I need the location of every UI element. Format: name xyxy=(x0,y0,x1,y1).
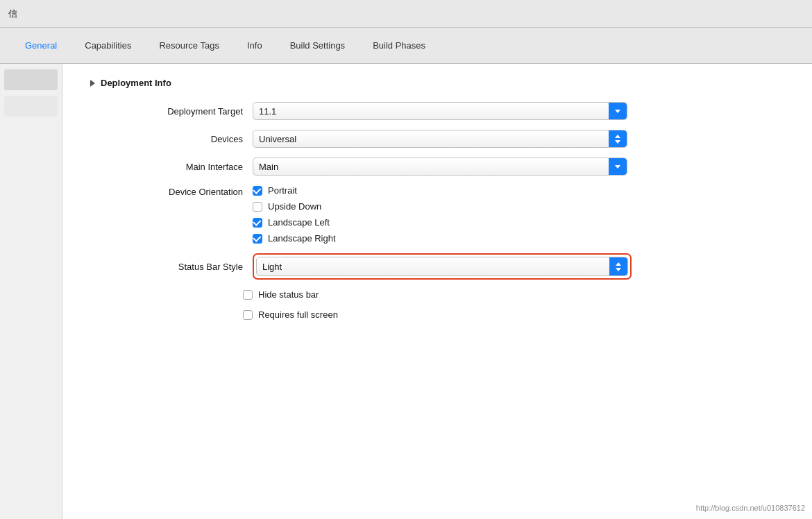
hide-status-bar-checkbox-item: Hide status bar xyxy=(243,289,319,300)
sidebar-item-1 xyxy=(4,69,58,90)
tab-bar: General Capabilities Resource Tags Info … xyxy=(0,28,812,64)
status-bar-arrow[interactable] xyxy=(609,257,627,275)
landscape-left-label: Landscape Left xyxy=(268,217,330,228)
deployment-target-control[interactable]: 11.1 xyxy=(253,102,627,120)
requires-full-screen-label: Requires full screen xyxy=(258,309,338,320)
sidebar-item-2 xyxy=(4,96,58,117)
main-interface-arrow[interactable] xyxy=(609,158,627,175)
requires-full-screen-checkbox[interactable] xyxy=(243,310,253,320)
dropdown-arrow-icon xyxy=(615,165,620,169)
device-orientation-label: Device Orientation xyxy=(104,185,243,197)
main-window: 信 General Capabilities Resource Tags Inf… xyxy=(0,0,812,519)
deployment-target-label: Deployment Target xyxy=(104,106,243,117)
portrait-label: Portrait xyxy=(268,185,297,196)
main-interface-row: Main Interface Main xyxy=(90,158,784,176)
devices-dropdown[interactable]: Universal xyxy=(253,130,627,148)
status-bar-style-label: Status Bar Style xyxy=(104,262,243,272)
tab-info[interactable]: Info xyxy=(233,35,276,56)
section-title: Deployment Info xyxy=(101,78,171,88)
devices-arrow[interactable] xyxy=(609,130,627,147)
main-interface-control[interactable]: Main xyxy=(253,158,627,176)
tab-general[interactable]: General xyxy=(11,35,71,56)
collapse-triangle[interactable] xyxy=(90,80,95,87)
main-interface-dropdown[interactable]: Main xyxy=(253,158,627,176)
devices-control[interactable]: Universal xyxy=(253,130,627,148)
landscape-left-checkbox-row: Landscape Left xyxy=(253,217,627,228)
deployment-target-dropdown[interactable]: 11.1 xyxy=(253,102,627,120)
upside-down-checkbox[interactable] xyxy=(253,202,262,212)
portrait-checkbox[interactable] xyxy=(253,186,262,196)
tab-capabilities[interactable]: Capabilities xyxy=(71,35,145,56)
devices-row: Devices Universal xyxy=(90,130,784,148)
requires-full-screen-row: Requires full screen xyxy=(90,309,784,320)
deployment-target-value: 11.1 xyxy=(259,106,606,117)
upside-down-checkbox-row: Upside Down xyxy=(253,201,627,212)
hide-status-bar-label: Hide status bar xyxy=(258,289,319,300)
title-bar: 信 xyxy=(0,0,812,28)
hide-status-bar-row: Hide status bar xyxy=(90,289,784,300)
watermark: http://blog.csdn.net/u010837612 xyxy=(696,504,805,512)
status-bar-highlight: Light xyxy=(253,253,632,280)
status-bar-value: Light xyxy=(262,262,607,272)
landscape-right-checkbox-row: Landscape Right xyxy=(253,233,627,244)
devices-label: Devices xyxy=(104,134,243,144)
main-interface-label: Main Interface xyxy=(104,162,243,172)
device-orientation-row: Device Orientation Portrait Upside Down … xyxy=(90,185,784,244)
main-interface-value: Main xyxy=(259,162,606,172)
main-content: Deployment Info Deployment Target 11.1 D… xyxy=(62,64,812,519)
section-header: Deployment Info xyxy=(90,78,784,88)
dropdown-arrow-icon xyxy=(615,110,620,113)
devices-value: Universal xyxy=(259,134,606,144)
portrait-checkbox-row: Portrait xyxy=(253,185,627,196)
deployment-target-row: Deployment Target 11.1 xyxy=(90,102,784,120)
deployment-target-arrow[interactable] xyxy=(609,103,627,119)
landscape-right-label: Landscape Right xyxy=(268,233,336,244)
requires-full-screen-checkbox-item: Requires full screen xyxy=(243,309,338,320)
tab-build-settings[interactable]: Build Settings xyxy=(276,35,360,56)
down-arrow-icon xyxy=(615,140,620,144)
landscape-left-checkbox[interactable] xyxy=(253,218,262,228)
upside-down-label: Upside Down xyxy=(268,201,321,212)
sidebar xyxy=(0,64,62,519)
landscape-right-checkbox[interactable] xyxy=(253,234,262,244)
tab-build-phases[interactable]: Build Phases xyxy=(359,35,439,56)
hide-status-bar-checkbox[interactable] xyxy=(243,290,253,300)
status-bar-dropdown[interactable]: Light xyxy=(256,257,628,276)
up-arrow-icon xyxy=(615,135,620,138)
device-orientation-options: Portrait Upside Down Landscape Left Land… xyxy=(253,185,627,244)
title-bar-text: 信 xyxy=(8,8,17,20)
up-arrow-icon xyxy=(616,262,621,266)
content-area: Deployment Info Deployment Target 11.1 D… xyxy=(0,64,812,519)
status-bar-style-row: Status Bar Style Light xyxy=(90,253,784,280)
status-bar-control[interactable]: Light xyxy=(256,257,628,276)
tab-resource-tags[interactable]: Resource Tags xyxy=(145,35,232,56)
down-arrow-icon xyxy=(616,268,621,271)
